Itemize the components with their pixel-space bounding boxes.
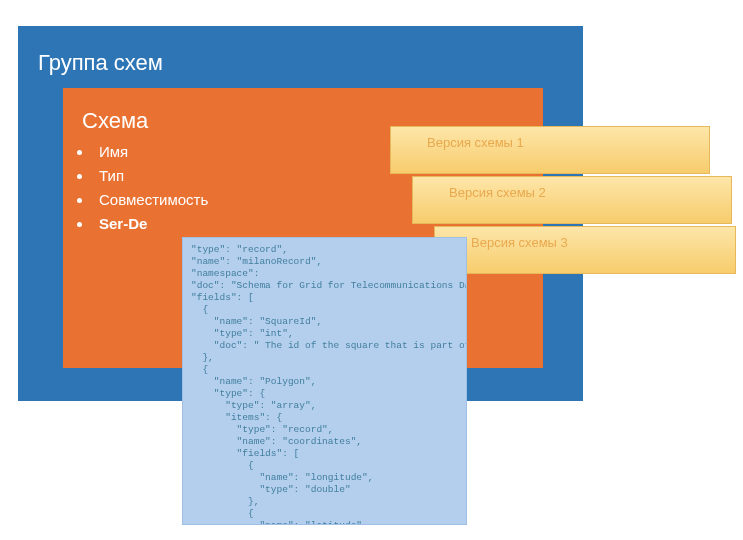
list-item: Имя xyxy=(93,140,208,164)
list-item-label: Ser-De xyxy=(99,215,147,232)
version-label: Версия схемы 2 xyxy=(449,185,546,200)
list-item-label: Тип xyxy=(99,167,124,184)
schema-version-card: Версия схемы 1 xyxy=(390,126,710,174)
version-label: Версия схемы 1 xyxy=(427,135,524,150)
list-item: Тип xyxy=(93,164,208,188)
schema-group-title: Группа схем xyxy=(38,50,163,76)
list-item: Ser-De xyxy=(93,212,208,236)
code-text: "type": "record", "name": "milanoRecord"… xyxy=(191,244,467,525)
list-item-label: Совместимость xyxy=(99,191,208,208)
schema-json-code: "type": "record", "name": "milanoRecord"… xyxy=(182,237,467,525)
list-item-label: Имя xyxy=(99,143,128,160)
schema-title: Схема xyxy=(82,108,148,134)
schema-version-card: Версия схемы 2 xyxy=(412,176,732,224)
schema-version-card: Версия схемы 3 xyxy=(434,226,736,274)
diagram-stage: Группа схем Схема Имя Тип Совместимость … xyxy=(0,0,743,540)
schema-attribute-list: Имя Тип Совместимость Ser-De xyxy=(75,140,208,236)
list-item: Совместимость xyxy=(93,188,208,212)
version-label: Версия схемы 3 xyxy=(471,235,568,250)
